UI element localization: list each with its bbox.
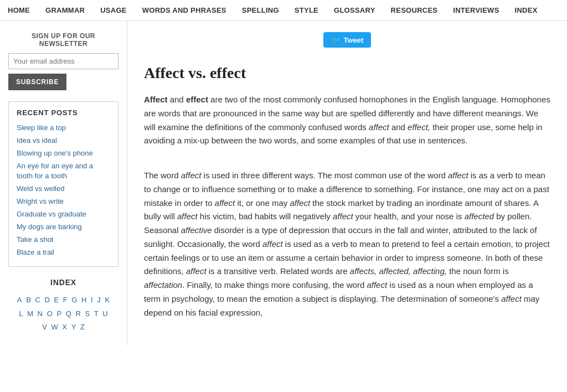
index-letter-Q[interactable]: Q (66, 310, 71, 318)
tweet-label: Tweet (344, 36, 364, 44)
article-paragraph-1: Affect and effect are two of the most co… (144, 93, 550, 148)
index-letter-L[interactable]: L (19, 310, 23, 318)
index-letter-E[interactable]: E (54, 296, 59, 304)
index-heading: INDEX (8, 278, 118, 287)
nav-item-words-and-phrases[interactable]: WORDS AND PHRASES (135, 1, 234, 20)
list-item: An eye for an eye and a tooth for a toot… (17, 161, 110, 180)
list-item: Blowing up one's phone (17, 148, 110, 158)
index-letter-N[interactable]: N (38, 310, 43, 318)
index-letter-A[interactable]: A (17, 296, 22, 304)
recent-posts-section: RECENT POSTS Sleep like a topIdea vs ide… (8, 101, 118, 267)
recent-post-link[interactable]: My dogs are barking (17, 223, 82, 231)
index-letter-Y[interactable]: Y (71, 323, 76, 331)
index-letter-O[interactable]: O (47, 310, 53, 318)
index-letter-S[interactable]: S (85, 310, 90, 318)
sidebar: SIGN UP FOR OUR NEWSLETTER SUBSCRIBE REC… (0, 21, 127, 345)
index-letter-K[interactable]: K (105, 296, 110, 304)
list-item: Idea vs ideal (17, 135, 110, 145)
nav-item-index[interactable]: INDEX (507, 1, 545, 20)
list-item: Graduate vs graduate (17, 209, 110, 219)
nav-item-usage[interactable]: USAGE (92, 1, 135, 20)
recent-post-link[interactable]: Wright vs write (17, 197, 64, 205)
recent-post-link[interactable]: Sleep like a top (17, 123, 66, 132)
index-letter-W[interactable]: W (51, 323, 58, 331)
recent-post-link[interactable]: Weld vs welled (17, 184, 64, 193)
index-letter-I[interactable]: I (91, 296, 93, 304)
recent-posts-list: Sleep like a topIdea vs idealBlowing up … (17, 122, 110, 257)
list-item: Blaze a trail (17, 247, 110, 257)
index-letter-F[interactable]: F (63, 296, 68, 304)
nav-item-spelling[interactable]: SPELLING (234, 1, 287, 20)
recent-post-link[interactable]: Graduate vs graduate (17, 210, 86, 218)
list-item: Weld vs welled (17, 183, 110, 193)
twitter-icon: 🐦 (331, 35, 341, 44)
recent-post-link[interactable]: Take a shot (17, 235, 54, 244)
article-body: Affect and effect are two of the most co… (144, 93, 550, 319)
index-letter-J[interactable]: J (97, 296, 101, 304)
index-letter-D[interactable]: D (44, 296, 49, 304)
nav-item-interviews[interactable]: INTERVIEWS (445, 1, 507, 20)
nav-item-style[interactable]: STYLE (287, 1, 326, 20)
recent-post-link[interactable]: Blaze a trail (17, 248, 54, 256)
recent-post-link[interactable]: Blowing up one's phone (17, 149, 93, 157)
top-navigation: HOMEGRAMMARUSAGEWORDS AND PHRASESSPELLIN… (0, 0, 567, 21)
index-letter-C[interactable]: C (35, 296, 40, 304)
newsletter-signup: SIGN UP FOR OUR NEWSLETTER SUBSCRIBE (8, 32, 118, 90)
index-letter-U[interactable]: U (102, 310, 107, 318)
list-item: Sleep like a top (17, 122, 110, 132)
recent-posts-heading: RECENT POSTS (17, 109, 110, 117)
email-input[interactable] (8, 53, 118, 69)
tweet-button[interactable]: 🐦 Tweet (323, 32, 372, 48)
nav-item-home[interactable]: HOME (0, 1, 38, 20)
index-letter-T[interactable]: T (94, 310, 99, 318)
nav-item-resources[interactable]: RESOURCES (383, 1, 446, 20)
index-letter-H[interactable]: H (81, 296, 86, 304)
index-letter-V[interactable]: V (42, 323, 47, 331)
list-item: Wright vs write (17, 196, 110, 206)
newsletter-heading: SIGN UP FOR OUR NEWSLETTER (8, 32, 118, 48)
index-letter-R[interactable]: R (75, 310, 80, 318)
index-letter-X[interactable]: X (62, 323, 67, 331)
subscribe-button[interactable]: SUBSCRIBE (8, 74, 66, 90)
tweet-bar: 🐦 Tweet (144, 32, 550, 53)
article-paragraph-2: The word affect is used in three differe… (144, 169, 550, 319)
nav-item-grammar[interactable]: GRAMMAR (38, 1, 92, 20)
index-letter-Z[interactable]: Z (80, 323, 85, 331)
main-content: 🐦 Tweet Affect vs. effect Affect and eff… (127, 21, 567, 345)
index-letter-M[interactable]: M (27, 310, 33, 318)
index-letter-B[interactable]: B (26, 296, 31, 304)
list-item: My dogs are barking (17, 221, 110, 231)
article-title: Affect vs. effect (144, 64, 550, 82)
list-item: Take a shot (17, 234, 110, 244)
index-section: INDEX A B C D E F G H I J K L M N O P Q … (8, 278, 118, 334)
index-letter-G[interactable]: G (71, 296, 77, 304)
index-letters: A B C D E F G H I J K L M N O P Q R S T … (8, 293, 118, 334)
nav-item-glossary[interactable]: GLOSSARY (326, 1, 383, 20)
recent-post-link[interactable]: An eye for an eye and a tooth for a toot… (17, 162, 93, 180)
index-letter-P[interactable]: P (56, 310, 61, 318)
recent-post-link[interactable]: Idea vs ideal (17, 136, 57, 145)
